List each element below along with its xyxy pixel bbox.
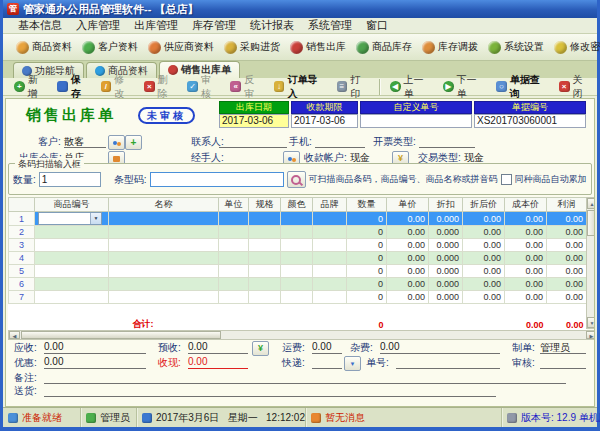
grid-cell[interactable] bbox=[219, 278, 249, 291]
auto-accumulate-checkbox[interactable] bbox=[501, 174, 512, 185]
grid-cell[interactable]: 0.00 bbox=[463, 239, 505, 252]
grid-cell[interactable]: 0.00 bbox=[463, 278, 505, 291]
btn-order-import[interactable]: ↓ 订单导入 bbox=[269, 73, 332, 101]
grid-cell[interactable]: 0.00 bbox=[387, 212, 429, 226]
btn-order-query[interactable]: ○ 单据查询 bbox=[491, 73, 554, 101]
freight-value[interactable]: 0.00 bbox=[312, 341, 342, 354]
menu-reports[interactable]: 统计报表 bbox=[243, 18, 301, 33]
grid-cell[interactable]: 0.00 bbox=[387, 252, 429, 265]
customer-value[interactable]: 散客 bbox=[64, 135, 106, 148]
grid-cell[interactable]: 0 bbox=[347, 291, 387, 304]
grid-vertical-scrollbar[interactable]: ▲ ▼ bbox=[586, 197, 595, 329]
grid-cell[interactable] bbox=[313, 239, 347, 252]
grid-cell[interactable]: 0.000 bbox=[429, 278, 463, 291]
grid-cell[interactable] bbox=[219, 291, 249, 304]
btn-new[interactable]: + 新增 bbox=[9, 73, 52, 101]
grid-cell[interactable] bbox=[313, 265, 347, 278]
menu-outbound[interactable]: 出库管理 bbox=[127, 18, 185, 33]
grid-cell[interactable] bbox=[109, 278, 219, 291]
cash-received-value[interactable]: 0.00 bbox=[188, 356, 248, 369]
horizontal-scroll-thumb[interactable] bbox=[21, 331, 221, 339]
grid-cell[interactable]: 0 bbox=[347, 252, 387, 265]
btn-close[interactable]: × 关闭 bbox=[554, 73, 597, 101]
grid-cell[interactable]: 0.00 bbox=[387, 265, 429, 278]
grid-cell[interactable] bbox=[35, 226, 109, 239]
grid-cell[interactable]: ▼ bbox=[35, 212, 109, 226]
barcode-input[interactable] bbox=[150, 172, 284, 187]
grid-cell[interactable] bbox=[249, 278, 281, 291]
order-number-input[interactable]: XS201703060001 bbox=[474, 114, 586, 128]
grid-cell[interactable]: 0.00 bbox=[505, 226, 547, 239]
grid-cell[interactable] bbox=[249, 265, 281, 278]
toolbar-transfer[interactable]: 库存调拨 bbox=[417, 38, 483, 56]
grid-cell[interactable]: 0.00 bbox=[463, 291, 505, 304]
grid-cell[interactable] bbox=[281, 278, 313, 291]
scroll-left-icon[interactable]: ◀ bbox=[9, 331, 20, 339]
grid-cell[interactable] bbox=[249, 212, 281, 226]
btn-next-order[interactable]: ▶ 下一单 bbox=[438, 73, 491, 101]
grid-cell[interactable] bbox=[281, 252, 313, 265]
grid-cell[interactable]: 0 bbox=[347, 265, 387, 278]
grid-cell[interactable]: 0.000 bbox=[429, 212, 463, 226]
menu-window[interactable]: 窗口 bbox=[359, 18, 395, 33]
btn-unaudit[interactable]: « 反审 bbox=[225, 73, 268, 101]
grid-cell[interactable] bbox=[281, 291, 313, 304]
grid-cell[interactable] bbox=[109, 252, 219, 265]
grid-cell[interactable] bbox=[249, 226, 281, 239]
menu-system[interactable]: 系统管理 bbox=[301, 18, 359, 33]
vertical-scroll-thumb[interactable] bbox=[587, 210, 595, 236]
btn-delete[interactable]: × 删除 bbox=[139, 73, 182, 101]
toolbar-sales-outbound[interactable]: 销售出库 bbox=[285, 38, 351, 56]
grid-cell[interactable] bbox=[219, 252, 249, 265]
chevron-down-icon[interactable]: ▼ bbox=[90, 213, 101, 224]
phone-value[interactable] bbox=[315, 135, 365, 148]
prepaid-button[interactable]: ¥ bbox=[252, 341, 269, 356]
grid-cell[interactable] bbox=[281, 265, 313, 278]
btn-audit[interactable]: ✓ 审核 bbox=[182, 73, 225, 101]
toolbar-change-password[interactable]: 修改密码 bbox=[549, 38, 600, 56]
customer-picker-button[interactable] bbox=[108, 135, 125, 150]
grid-cell[interactable] bbox=[109, 239, 219, 252]
grid-cell[interactable] bbox=[219, 239, 249, 252]
qty-input[interactable]: 1 bbox=[39, 172, 101, 187]
grid-cell[interactable]: 0 bbox=[347, 212, 387, 226]
toolbar-stock[interactable]: 商品库存 bbox=[351, 38, 417, 56]
grid-cell[interactable]: 0 bbox=[347, 226, 387, 239]
grid-cell[interactable] bbox=[249, 252, 281, 265]
toolbar-customer-info[interactable]: 客户资料 bbox=[77, 38, 143, 56]
grid-horizontal-scrollbar[interactable]: ◀ ▶ bbox=[8, 330, 595, 340]
btn-edit[interactable]: / 修改 bbox=[96, 73, 139, 101]
grid-cell[interactable]: 0.00 bbox=[505, 278, 547, 291]
delivery-value[interactable] bbox=[44, 384, 496, 397]
grid-cell[interactable] bbox=[109, 226, 219, 239]
prepaid-value[interactable]: 0.00 bbox=[188, 341, 248, 354]
grid-cell[interactable]: 0.00 bbox=[463, 226, 505, 239]
grid-cell[interactable] bbox=[109, 265, 219, 278]
grid-cell[interactable] bbox=[313, 226, 347, 239]
express-value[interactable] bbox=[312, 356, 342, 369]
combobox-value[interactable] bbox=[39, 213, 90, 224]
grid-cell[interactable]: 0.00 bbox=[547, 252, 587, 265]
grid-cell[interactable] bbox=[219, 226, 249, 239]
grid-cell[interactable]: 0.00 bbox=[547, 291, 587, 304]
grid-cell[interactable]: 0.00 bbox=[547, 239, 587, 252]
grid-cell[interactable]: 0 bbox=[347, 239, 387, 252]
grid-cell[interactable] bbox=[35, 291, 109, 304]
grid-cell[interactable] bbox=[281, 226, 313, 239]
toolbar-product-info[interactable]: 商品资料 bbox=[11, 38, 77, 56]
grid-cell[interactable]: 0.00 bbox=[387, 291, 429, 304]
grid-cell[interactable]: 0.00 bbox=[387, 239, 429, 252]
outbound-date-input[interactable]: 2017-03-06 bbox=[219, 114, 289, 128]
grid-cell[interactable]: 0.00 bbox=[505, 239, 547, 252]
grid-cell[interactable]: 0.000 bbox=[429, 239, 463, 252]
grid-cell[interactable] bbox=[35, 252, 109, 265]
grid-cell[interactable] bbox=[219, 212, 249, 226]
btn-prev-order[interactable]: ◀ 上一单 bbox=[385, 73, 438, 101]
grid-cell[interactable] bbox=[35, 278, 109, 291]
grid-cell[interactable] bbox=[313, 278, 347, 291]
grid-cell[interactable]: 0.00 bbox=[387, 278, 429, 291]
grid-cell[interactable] bbox=[281, 239, 313, 252]
contact-value[interactable] bbox=[219, 135, 287, 148]
payment-deadline-input[interactable]: 2017-03-06 bbox=[291, 114, 358, 128]
barcode-search-button[interactable] bbox=[287, 171, 306, 188]
